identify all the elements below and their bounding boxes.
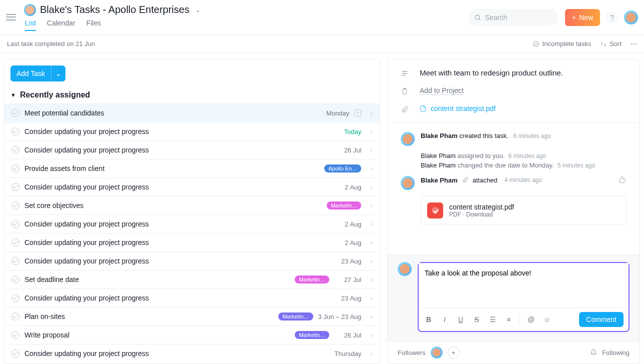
more-menu[interactable]: ⋯ [631,40,637,48]
strikethrough-icon[interactable]: S [472,316,482,324]
emoji-icon[interactable]: ☺ [542,316,552,324]
italic-icon[interactable]: I [440,316,450,324]
task-row[interactable]: Consider updating your project progress2… [4,178,380,196]
comment-input[interactable] [419,263,629,308]
plus-icon: + [572,14,576,22]
new-button[interactable]: + New [565,9,600,26]
bullet-list-icon[interactable]: ☰ [488,316,498,324]
follower-avatar[interactable] [431,346,443,358]
check-circle-icon [533,40,540,48]
menu-icon[interactable] [6,12,16,22]
task-name: Plan on-sites [24,312,273,320]
complete-checkbox[interactable] [11,312,19,320]
mention-icon[interactable]: @ [526,316,536,324]
tab-calendar[interactable]: Calendar [47,19,75,31]
completion-status: Last task completed on 21 Jun [7,40,95,48]
complete-checkbox[interactable] [11,238,19,246]
due-date: 2 Aug [334,220,361,228]
filter-incomplete[interactable]: Incomplete tasks [533,40,592,48]
like-icon[interactable] [619,176,627,184]
caret-down-icon: ▼ [10,92,16,98]
chevron-right-icon: › [366,238,373,246]
activity-time: 4 minutes ago [505,176,542,184]
help-button[interactable]: ? [606,12,618,24]
complete-checkbox[interactable] [11,257,19,265]
task-name: Write proposal [24,331,290,339]
tab-list[interactable]: List [25,19,36,31]
task-row[interactable]: Consider updating your project progressT… [4,122,380,140]
due-date: Monday [322,110,349,117]
section-header[interactable]: ▼ Recently assigned [4,88,380,104]
attachment-name: content strategist.pdf [449,203,514,211]
task-row[interactable]: Write proposalMarketin…26 Jul› [4,326,380,344]
complete-checkbox[interactable] [11,128,19,136]
svg-point-2 [533,41,539,46]
project-tag[interactable]: Marketin… [327,202,361,210]
chevron-right-icon: › [366,294,373,302]
activity-subline: Blake Pham changed the due date to Monda… [401,162,627,169]
followers-bar: Followers + Following [388,341,640,364]
attachment-card[interactable]: content strategist.pdf PDF · Download [421,196,627,225]
task-row[interactable]: Consider updating your project progressT… [4,344,380,362]
chevron-right-icon: › [366,128,373,136]
complete-checkbox[interactable] [11,331,19,339]
task-name: Consider updating your project progress [24,257,329,265]
project-tag[interactable]: Marketin… [278,312,313,320]
due-date: 26 Jul [334,332,361,339]
project-avatar [24,4,36,16]
add-to-project-button[interactable]: Add to Project [420,86,464,95]
comment-button[interactable]: Comment [579,312,624,327]
following-button[interactable]: Following [602,349,630,356]
due-date: 2 Aug [334,239,361,246]
user-avatar[interactable] [624,10,638,24]
complete-checkbox[interactable] [11,164,19,172]
complete-checkbox[interactable] [11,220,19,228]
add-follower-button[interactable]: + [448,346,460,358]
sort-button[interactable]: ↑↓ Sort [600,40,622,48]
task-row[interactable]: Set deadline dateMarketin…27 Jul› [4,270,380,288]
add-task-dropdown[interactable]: ⌄ [51,66,65,82]
complete-checkbox[interactable] [11,276,19,284]
due-date: Today [334,128,361,136]
search-input[interactable]: Search [468,9,558,26]
task-description[interactable]: Meet with team to redesign product outli… [420,68,563,77]
chevron-right-icon: › [366,276,373,284]
project-tag[interactable]: Marketin… [295,331,329,339]
task-row[interactable]: Meet potential candidatesMonday↗› [4,104,380,122]
project-tag[interactable]: Apollo En… [324,164,361,172]
complete-checkbox[interactable] [11,294,19,302]
task-name: Consider updating your project progress [24,294,329,302]
task-row[interactable]: Plan on-sitesMarketin…3 Jun – 23 Aug› [4,307,380,326]
chevron-down-icon[interactable]: ⌄ [193,4,202,16]
complete-checkbox[interactable] [11,202,19,210]
add-task-button[interactable]: Add Task [10,66,51,82]
project-tag[interactable]: Marketin… [295,276,329,284]
task-row[interactable]: Provide assets from clientApollo En…› [4,159,380,178]
task-row[interactable]: Consider updating your project progress2… [4,214,380,233]
attachment-link[interactable]: content strategist.pdf [431,104,496,112]
task-row[interactable]: Consider updating your project progress2… [4,233,380,252]
subtask-icon[interactable]: ↗ [354,110,361,116]
task-row[interactable]: Consider updating your project progress2… [4,252,380,270]
divider [388,122,640,123]
numbered-list-icon[interactable]: ≡ [504,316,514,324]
pdf-icon [427,202,443,218]
underline-icon[interactable]: U [456,316,466,324]
activity-actor: Blake Pham [421,176,458,184]
task-row[interactable]: Consider updating your project progress2… [4,288,380,307]
complete-checkbox[interactable] [11,183,19,191]
task-row[interactable]: Set core objectivesMarketin…› [4,196,380,214]
complete-checkbox[interactable] [11,350,19,358]
bold-icon[interactable]: B [424,316,434,324]
svg-point-0 [475,15,479,19]
task-row[interactable]: Consider updating your project progress2… [4,140,380,159]
tab-files[interactable]: Files [86,19,101,31]
search-placeholder: Search [485,14,507,22]
task-name: Consider updating your project progress [24,350,329,358]
task-list-panel: Add Task ⌄ ▼ Recently assigned Meet pote… [4,59,380,364]
search-icon [474,14,481,21]
complete-checkbox[interactable] [11,109,19,117]
complete-checkbox[interactable] [11,146,19,154]
comment-section: B I U S ☰ ≡ @ ☺ Comment [388,254,640,341]
chevron-right-icon: › [366,331,373,339]
